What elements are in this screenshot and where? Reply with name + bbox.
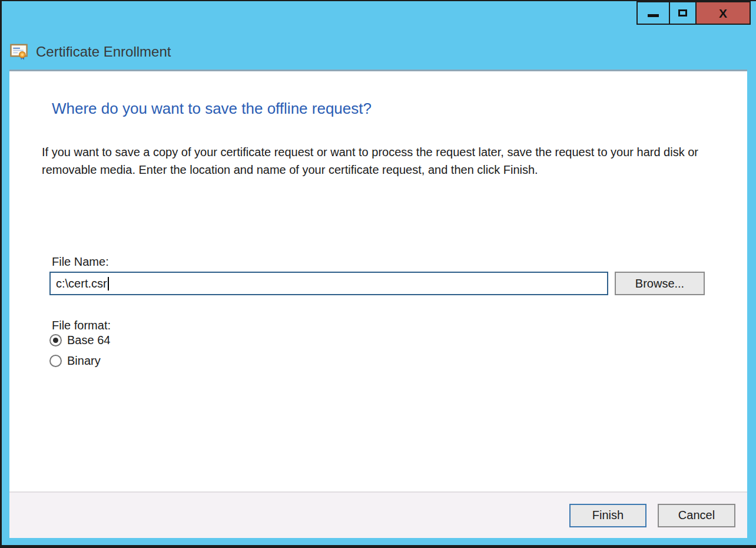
window-title: Certificate Enrollment bbox=[36, 44, 171, 60]
file-name-value: c:\cert.csr bbox=[56, 277, 107, 290]
cancel-button[interactable]: Cancel bbox=[658, 504, 735, 527]
radio-unselected-icon bbox=[49, 355, 62, 367]
radio-binary-label: Binary bbox=[67, 354, 101, 368]
finish-button[interactable]: Finish bbox=[569, 504, 646, 527]
file-name-label: File Name: bbox=[52, 255, 109, 269]
close-button[interactable]: X bbox=[695, 1, 751, 25]
radio-base64-label: Base 64 bbox=[67, 334, 110, 347]
radio-selected-icon bbox=[49, 334, 62, 346]
radio-binary[interactable]: Binary bbox=[49, 354, 101, 368]
text-caret bbox=[108, 277, 109, 290]
wizard-page: Where do you want to save the offline re… bbox=[9, 70, 747, 538]
window-controls: X bbox=[638, 1, 751, 25]
certificate-icon bbox=[10, 42, 28, 61]
maximize-button[interactable] bbox=[669, 1, 697, 25]
wizard-footer: Finish Cancel bbox=[9, 491, 747, 538]
minimize-icon bbox=[648, 14, 659, 17]
certificate-enrollment-window: X Certificate Enrollment Where do you wa… bbox=[0, 0, 756, 548]
file-name-input[interactable]: c:\cert.csr bbox=[49, 272, 608, 295]
close-icon: X bbox=[719, 7, 727, 19]
file-name-row: c:\cert.csr Browse... bbox=[49, 272, 705, 295]
minimize-button[interactable] bbox=[636, 1, 670, 25]
maximize-icon bbox=[678, 9, 687, 16]
page-description: If you want to save a copy of your certi… bbox=[42, 143, 719, 179]
page-title: Where do you want to save the offline re… bbox=[52, 100, 372, 118]
wizard-content: Where do you want to save the offline re… bbox=[9, 71, 747, 491]
browse-button[interactable]: Browse... bbox=[615, 272, 705, 295]
titlebar: Certificate Enrollment bbox=[10, 42, 171, 61]
radio-base64[interactable]: Base 64 bbox=[49, 334, 110, 347]
file-format-label: File format: bbox=[52, 319, 111, 332]
